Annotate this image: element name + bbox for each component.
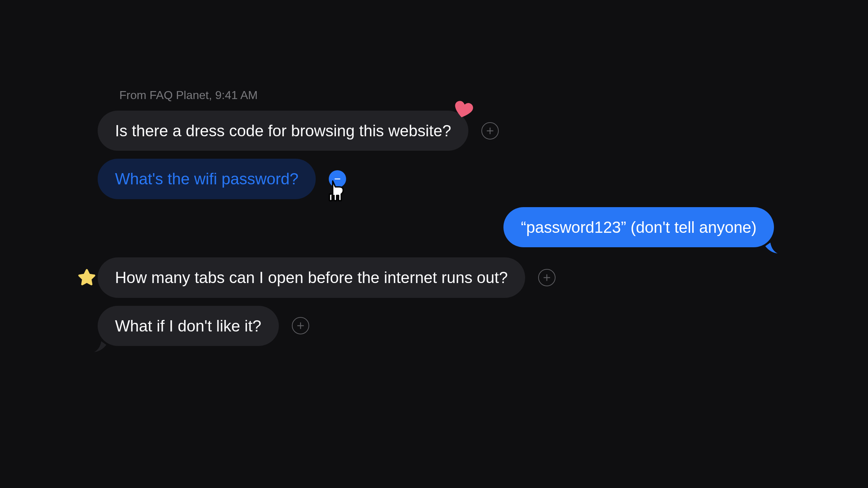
chat-container: From FAQ Planet, 9:41 AM Is there a dres… [98,89,778,354]
incoming-bubble[interactable]: How many tabs can I open before the inte… [98,257,525,297]
incoming-bubble-selected[interactable]: What's the wifi password? [98,159,316,199]
message-row: Is there a dress code for browsing this … [98,111,778,151]
incoming-bubble[interactable]: What if I don't like it? [98,306,279,346]
message-row: What if I don't like it? [98,306,778,346]
message-row: How many tabs can I open before the inte… [98,257,778,297]
bubble-tail-icon [765,237,778,248]
message-text: Is there a dress code for browsing this … [115,122,451,140]
message-text: How many tabs can I open before the inte… [115,269,508,286]
remove-button[interactable] [329,170,346,188]
message-row: What's the wifi password? [98,159,778,199]
bubble-tail-icon [94,336,106,347]
add-button[interactable] [292,317,309,334]
message-header: From FAQ Planet, 9:41 AM [119,89,778,102]
star-icon [76,267,98,288]
add-button[interactable] [481,122,499,140]
incoming-bubble[interactable]: Is there a dress code for browsing this … [98,111,468,151]
heart-icon [453,100,473,120]
plus-icon [486,127,494,135]
message-text: What if I don't like it? [115,317,261,335]
message-text: “password123” (don't tell anyone) [521,218,757,236]
add-button[interactable] [538,269,556,286]
outgoing-bubble[interactable]: “password123” (don't tell anyone) [503,207,774,247]
minus-icon [334,175,341,183]
plus-icon [296,321,305,330]
message-text: What's the wifi password? [115,170,298,188]
plus-icon [542,273,551,282]
message-row: “password123” (don't tell anyone) [98,207,778,247]
